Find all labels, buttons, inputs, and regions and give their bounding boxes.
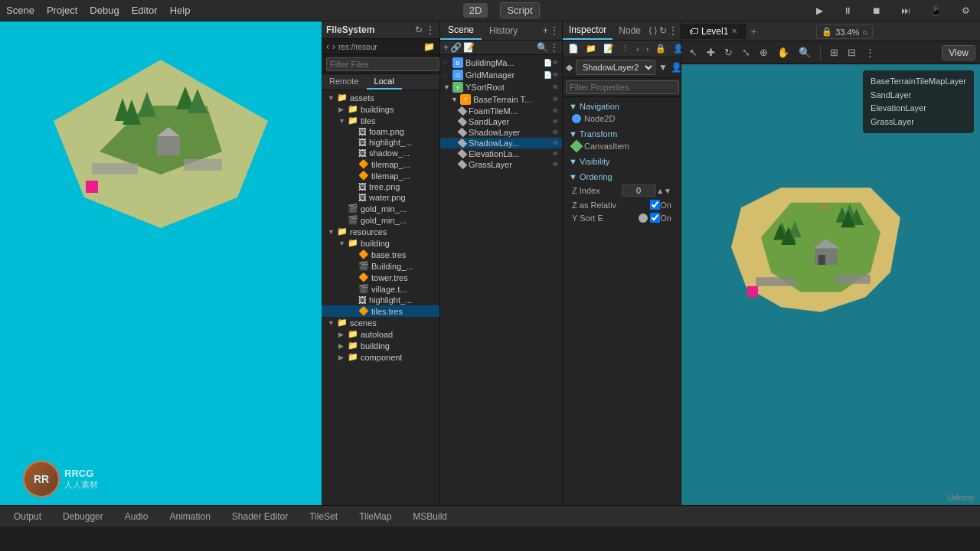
scene-node-buildingma[interactable]: ○ B BuildingMa... 📄 👁 bbox=[440, 57, 562, 69]
fs-tree-item[interactable]: 🖼 water.png bbox=[322, 192, 439, 203]
fs-tree-item[interactable]: 🖼 shadow_... bbox=[322, 148, 439, 158]
fs-refresh-btn[interactable]: ↻ bbox=[415, 24, 423, 35]
vp-select-btn[interactable]: ↖ bbox=[686, 45, 701, 60]
inspector-refresh-btn[interactable]: ↻ bbox=[659, 25, 667, 36]
insp-zindex-input[interactable] bbox=[622, 184, 656, 197]
fs-tree-item[interactable]: 🔶 base.tres bbox=[322, 249, 439, 260]
insp-user-btn[interactable]: 👤 bbox=[671, 62, 682, 73]
inspector-node-dropdown[interactable]: ShadowLayer2 bbox=[576, 60, 655, 75]
insp-more-btn[interactable]: ⋮ bbox=[619, 43, 632, 54]
fs-forward-btn[interactable]: › bbox=[332, 41, 335, 52]
fs-tree-item[interactable]: 🎬 gold_min_... bbox=[322, 203, 439, 214]
fs-tree-item[interactable]: ▼ 📁 assets bbox=[322, 92, 439, 103]
vp-tab-add-btn[interactable]: + bbox=[746, 25, 761, 37]
scene-add-btn[interactable]: + bbox=[543, 25, 548, 36]
inspector-history-btn[interactable]: ⟨ bbox=[648, 25, 652, 36]
fs-tree-item[interactable]: 🔶 tilemap_... bbox=[322, 158, 439, 170]
inspector-menu-btn[interactable]: ⋮ bbox=[668, 25, 678, 36]
insp-script2-btn[interactable]: 📝 bbox=[601, 43, 616, 54]
step-btn[interactable]: ⏭ bbox=[897, 4, 914, 18]
bottom-tab-shader[interactable]: Shader Editor bbox=[224, 509, 296, 524]
menu-scene[interactable]: Scene bbox=[6, 5, 34, 16]
bottom-tab-msbuild[interactable]: MSBuild bbox=[405, 509, 455, 524]
menu-editor[interactable]: Editor bbox=[132, 5, 158, 16]
inspector-forward-btn[interactable]: ⟩ bbox=[654, 25, 658, 36]
scene-node-grasslayer[interactable]: GrassLayer 👁 bbox=[440, 159, 562, 170]
scene-node-gridmanager[interactable]: ○ G GridManager 📄 👁 bbox=[440, 69, 562, 81]
insp-visibility-header[interactable]: ▼ Visibility bbox=[566, 155, 678, 168]
insp-ordering-header[interactable]: ▼ Ordering bbox=[566, 171, 678, 183]
fs-tree-item[interactable]: 🎬 gold_min_... bbox=[322, 214, 439, 226]
insp-transform-header[interactable]: ▼ Transform bbox=[566, 128, 678, 140]
menu-debug[interactable]: Debug bbox=[90, 5, 119, 16]
scene-filter-btn[interactable]: ⋮ bbox=[550, 42, 559, 53]
fs-tree-item[interactable]: ▶ 📁 buildings bbox=[322, 103, 439, 115]
scene-node-baseterrain[interactable]: ▼ T BaseTerrain T... 👁 bbox=[440, 93, 562, 106]
fs-tree-item[interactable]: ▼ 📁 scenes bbox=[322, 317, 439, 328]
tab-node[interactable]: Node bbox=[612, 22, 647, 39]
insp-zasrelativ-checkbox[interactable] bbox=[650, 200, 660, 210]
fs-tree-item[interactable]: 🔶 tilemap_... bbox=[322, 170, 439, 181]
insp-lock-btn[interactable]: 🔒 bbox=[653, 43, 668, 54]
bottom-tab-tileset[interactable]: TileSet bbox=[302, 509, 345, 524]
scene-search-btn[interactable]: 🔍 bbox=[537, 42, 548, 53]
vp-scene[interactable]: BaseTerrainTileMapLayer SandLayer Elevat… bbox=[681, 64, 980, 505]
fs-tree-item[interactable]: ▼ 📁 tiles bbox=[322, 115, 439, 126]
scene-node-sandlayer[interactable]: SandLayer 👁 bbox=[440, 116, 562, 127]
fs-tree-item[interactable]: 🎬 Building_... bbox=[322, 260, 439, 272]
fs-tab-remote[interactable]: Remote bbox=[322, 74, 367, 90]
scene-script-btn[interactable]: 📝 bbox=[463, 42, 475, 53]
bottom-tab-debugger[interactable]: Debugger bbox=[55, 509, 111, 524]
filter-props-input[interactable] bbox=[566, 80, 679, 94]
fs-tree-item[interactable]: 🔶 tiles.tres bbox=[322, 305, 439, 317]
scene-node-ysortroot[interactable]: ▼ Y YSortRoot 👁 bbox=[440, 81, 562, 93]
viewport-level1-tab[interactable]: 🏷 Level1 ✕ bbox=[681, 24, 746, 39]
bottom-tab-tilemap[interactable]: TileMap bbox=[351, 509, 399, 524]
fs-tree-item[interactable]: ▼ 📁 building bbox=[322, 237, 439, 249]
fs-menu-btn[interactable]: ⋮ bbox=[426, 24, 435, 35]
vp-pan-btn[interactable]: ✋ bbox=[774, 45, 792, 60]
scene-node-elevationla[interactable]: ElevationLa... 👁 bbox=[440, 148, 562, 159]
fs-tree-item[interactable]: ▶ 📁 building bbox=[322, 340, 439, 351]
fs-tree-item[interactable]: ▶ 📁 autoload bbox=[322, 328, 439, 340]
scene-menu-btn[interactable]: ⋮ bbox=[550, 25, 559, 36]
fs-back-btn[interactable]: ‹ bbox=[326, 41, 329, 52]
fs-tree-item[interactable]: 🖼 highlight_... bbox=[322, 295, 439, 305]
bottom-tab-animation[interactable]: Animation bbox=[162, 509, 217, 524]
vp-more-btn[interactable]: ⋮ bbox=[862, 45, 878, 60]
vp-move-btn[interactable]: ✚ bbox=[704, 45, 718, 60]
fs-filter-input[interactable] bbox=[326, 57, 439, 71]
fs-folder-btn[interactable]: 📁 bbox=[423, 41, 435, 52]
pause-btn[interactable]: ⏸ bbox=[839, 4, 856, 18]
insp-ysorte-checkbox[interactable] bbox=[650, 213, 660, 223]
settings-btn[interactable]: ⚙ bbox=[958, 4, 974, 18]
fs-tree-item[interactable]: 🎬 village.t... bbox=[322, 283, 439, 295]
fs-tree-item[interactable]: 🔶 tower.tres bbox=[322, 272, 439, 283]
insp-nav-right-btn[interactable]: › bbox=[644, 44, 652, 54]
mode-2d-btn[interactable]: 2D bbox=[463, 3, 488, 18]
menu-help[interactable]: Help bbox=[170, 5, 191, 16]
vp-rotate-btn[interactable]: ↻ bbox=[721, 45, 736, 60]
bottom-tab-audio[interactable]: Audio bbox=[117, 509, 156, 524]
insp-nav-left-btn[interactable]: ‹ bbox=[634, 44, 642, 54]
menu-project[interactable]: Project bbox=[47, 5, 77, 16]
insp-zindex-spinner-btn[interactable]: ▲▼ bbox=[656, 187, 671, 195]
tab-history[interactable]: History bbox=[482, 22, 525, 39]
insp-dropdown-expand-btn[interactable]: ▼ bbox=[658, 62, 668, 73]
tab-inspector[interactable]: Inspector bbox=[563, 21, 612, 40]
play-btn[interactable]: ▶ bbox=[812, 4, 827, 18]
scene-add-node-btn[interactable]: + bbox=[443, 42, 449, 53]
fs-tree-item[interactable]: ▶ 📁 component bbox=[322, 351, 439, 363]
insp-navigation-header[interactable]: ▼ Navigation bbox=[566, 100, 678, 112]
scene-node-shadowlayer2[interactable]: ShadowLay... 👁 bbox=[440, 138, 562, 148]
vp-tab-close-btn[interactable]: ✕ bbox=[731, 27, 737, 35]
vp-view-btn[interactable]: View bbox=[942, 45, 975, 60]
tab-scene[interactable]: Scene bbox=[440, 21, 482, 40]
remote-deploy-btn[interactable]: 📱 bbox=[926, 4, 946, 18]
insp-script-btn[interactable]: 📄 bbox=[566, 43, 581, 54]
bottom-tab-output[interactable]: Output bbox=[6, 509, 49, 524]
fs-tree-item[interactable]: 🖼 foam.png bbox=[322, 126, 439, 137]
scene-node-foamtile[interactable]: FoamTileM... 👁 bbox=[440, 106, 562, 116]
fs-tree-item[interactable]: ▼ 📁 resources bbox=[322, 226, 439, 237]
scene-node-shadowlayer[interactable]: ShadowLayer 👁 bbox=[440, 127, 562, 138]
